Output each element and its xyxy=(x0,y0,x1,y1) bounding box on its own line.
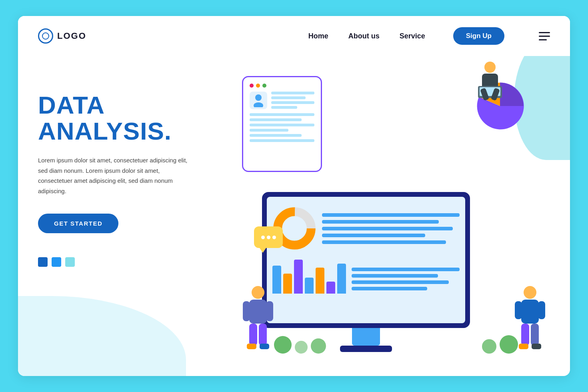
svg-point-19 xyxy=(524,286,536,299)
card-dot-orange xyxy=(256,84,260,88)
screen-line-4 xyxy=(322,234,425,237)
card-more-line-1 xyxy=(250,113,314,116)
bar-6 xyxy=(326,282,335,294)
screen-top-section xyxy=(272,202,460,254)
card-more-line-4 xyxy=(250,129,288,132)
svg-point-0 xyxy=(255,94,262,101)
indicator-dot-2 xyxy=(52,257,61,267)
person-right-svg xyxy=(514,284,546,352)
card-line-3 xyxy=(271,101,314,104)
plant-4 xyxy=(482,339,496,354)
card-more-lines xyxy=(250,113,314,142)
card-more-line-5 xyxy=(250,134,302,137)
nav-about[interactable]: About us xyxy=(348,32,380,40)
plants-right xyxy=(482,335,518,354)
hamburger-line-3 xyxy=(539,39,547,40)
screen-line-3 xyxy=(322,227,453,230)
bar-4 xyxy=(305,278,314,294)
chat-dot-1 xyxy=(261,236,265,239)
hero-title: DATA ANALYSIS. xyxy=(38,92,230,144)
plant-3 xyxy=(311,338,326,354)
svg-rect-15 xyxy=(249,324,257,346)
chat-bubble-tail xyxy=(260,248,266,253)
plant-1 xyxy=(274,336,292,354)
card-line-2 xyxy=(271,96,306,99)
chat-bubble xyxy=(254,226,283,248)
nav-links: Home About us Service Sign Up xyxy=(308,27,550,45)
screen-line-2 xyxy=(322,220,439,224)
nav-home[interactable]: Home xyxy=(308,32,328,40)
dot-indicators xyxy=(38,257,230,267)
plants-left xyxy=(274,336,326,354)
indicator-dot-3 xyxy=(65,257,75,267)
right-panel xyxy=(230,68,550,376)
indicator-dot-1 xyxy=(38,257,48,267)
screen-line-1 xyxy=(322,213,460,217)
hero-title-line1: DATA xyxy=(38,91,105,119)
svg-rect-17 xyxy=(247,344,256,349)
card-text-lines xyxy=(271,92,314,109)
bar-3 xyxy=(294,260,303,294)
avatar-icon xyxy=(253,94,264,107)
chat-dot-2 xyxy=(267,236,270,239)
logo-area: LOGO xyxy=(38,28,86,44)
bottom-line-4 xyxy=(352,287,427,290)
svg-point-5 xyxy=(484,62,496,73)
monitor-screen xyxy=(267,197,465,323)
left-panel: DATA ANALYSIS. Lorem ipsum dolor sit ame… xyxy=(38,68,230,376)
card-more-line-6 xyxy=(250,139,314,142)
monitor-stand xyxy=(352,328,380,346)
logo-icon xyxy=(38,28,53,44)
svg-rect-21 xyxy=(515,301,522,319)
hamburger-line-2 xyxy=(539,36,550,37)
main-page: LOGO Home About us Service Sign Up DATA … xyxy=(18,16,570,376)
bar-7 xyxy=(337,264,346,294)
screen-bottom-section xyxy=(272,258,460,294)
svg-rect-18 xyxy=(260,344,269,349)
nav-service[interactable]: Service xyxy=(400,32,425,40)
svg-rect-24 xyxy=(531,324,539,346)
svg-rect-23 xyxy=(521,324,529,346)
logo-text: LOGO xyxy=(57,31,86,41)
monitor-base xyxy=(340,346,392,352)
signup-button[interactable]: Sign Up xyxy=(453,27,504,45)
bar-chart xyxy=(272,258,346,294)
svg-rect-16 xyxy=(259,324,267,346)
bottom-line-2 xyxy=(352,274,438,278)
get-started-button[interactable]: GET STARTED xyxy=(38,214,118,233)
card-dot-pink xyxy=(250,84,254,88)
card-dot-green xyxy=(262,84,266,88)
card-avatar xyxy=(250,92,267,109)
main-content: DATA ANALYSIS. Lorem ipsum dolor sit ame… xyxy=(18,56,570,376)
hero-title-line2: ANALYSIS. xyxy=(38,117,172,145)
svg-rect-26 xyxy=(532,344,541,349)
card-header xyxy=(250,84,314,88)
svg-rect-25 xyxy=(519,344,528,349)
person-sitting xyxy=(470,60,510,114)
svg-point-11 xyxy=(252,286,264,299)
navbar: LOGO Home About us Service Sign Up xyxy=(18,16,570,56)
svg-rect-22 xyxy=(538,301,545,319)
monitor-container xyxy=(262,192,470,352)
svg-rect-20 xyxy=(521,300,539,324)
hero-description: Lorem ipsum dolor sit amet, consectetuer… xyxy=(38,155,190,196)
screen-lines-block xyxy=(322,213,460,244)
hamburger-menu[interactable] xyxy=(539,32,550,40)
card-more-line-3 xyxy=(250,124,314,126)
card-more-line-2 xyxy=(250,118,302,121)
card-line-4 xyxy=(271,106,297,109)
svg-rect-14 xyxy=(266,301,273,321)
bottom-line-1 xyxy=(352,268,460,271)
svg-point-4 xyxy=(285,219,304,238)
svg-rect-13 xyxy=(243,301,250,321)
plant-2 xyxy=(295,341,308,354)
person-left xyxy=(242,284,274,354)
monitor-body xyxy=(262,192,470,328)
card-line-1 xyxy=(271,92,314,94)
person-right xyxy=(514,284,546,354)
hamburger-line-1 xyxy=(539,32,550,33)
screen-bottom-lines xyxy=(352,268,460,294)
card-content xyxy=(250,92,314,109)
svg-point-1 xyxy=(254,102,263,107)
document-card xyxy=(242,76,322,172)
